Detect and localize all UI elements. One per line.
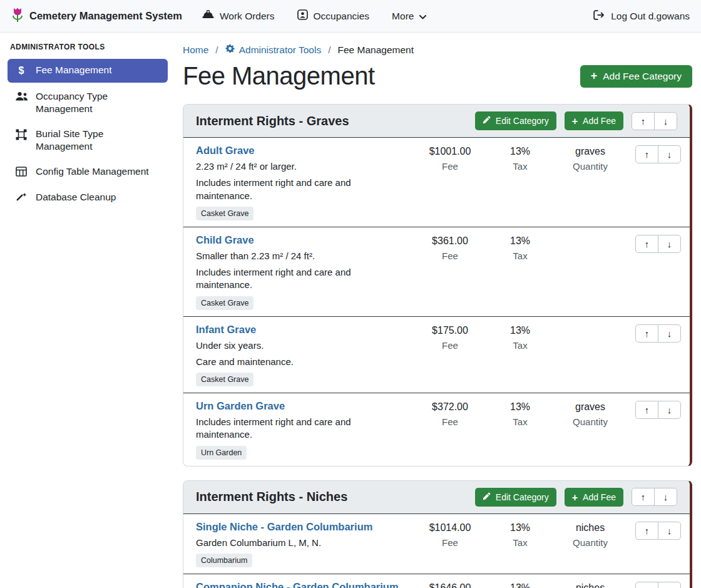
edit-category-label: Edit Category bbox=[496, 116, 549, 126]
move-fee-up-button[interactable]: ↑ bbox=[635, 522, 658, 540]
fee-row: Companion Niche - Garden Columbarium Gar… bbox=[183, 574, 690, 588]
fee-tax-col: 13% Tax bbox=[485, 400, 555, 427]
fee-row: Urn Garden Grave Includes interment righ… bbox=[183, 393, 690, 466]
quantity-label: Quantity bbox=[555, 537, 625, 548]
fee-amount: $372.00 bbox=[415, 401, 485, 413]
fee-row: Single Niche - Garden Columbarium Garden… bbox=[183, 514, 690, 574]
fee-type-badge: Casket Grave bbox=[196, 296, 253, 310]
move-fee-down-button[interactable]: ↓ bbox=[658, 235, 681, 253]
sidebar-item-label: Fee Management bbox=[36, 64, 112, 76]
move-fee-up-button[interactable]: ↑ bbox=[635, 145, 658, 163]
fee-description: Includes interment right and care and ma… bbox=[196, 177, 409, 202]
logout-icon bbox=[593, 10, 605, 23]
fee-name-link[interactable]: Urn Garden Grave bbox=[196, 400, 285, 411]
move-category-down-button[interactable]: ↓ bbox=[654, 488, 677, 506]
add-fee-category-button[interactable]: + Add Fee Category bbox=[580, 65, 692, 88]
sidebar-item-occupancy-type-management[interactable]: Occupancy Type Management bbox=[8, 85, 168, 120]
fee-amount-col: $372.00 Fee bbox=[415, 400, 485, 427]
add-fee-label: Add Fee bbox=[583, 492, 616, 502]
tax-label: Tax bbox=[485, 537, 555, 548]
move-fee-up-button[interactable]: ↑ bbox=[635, 582, 658, 588]
move-fee-down-button[interactable]: ↓ bbox=[658, 324, 681, 343]
move-fee-up-button[interactable]: ↑ bbox=[635, 324, 658, 343]
nav-more[interactable]: More bbox=[392, 11, 426, 22]
sidebar-item-database-cleanup[interactable]: Database Cleanup bbox=[8, 186, 168, 209]
fee-type-badge: Casket Grave bbox=[196, 373, 253, 386]
main-content: Home / Administrator Tools / Fee Managem… bbox=[175, 33, 701, 588]
plus-icon: + bbox=[591, 71, 597, 82]
fee-name-link[interactable]: Child Grave bbox=[196, 234, 254, 245]
page-title: Fee Management bbox=[183, 62, 375, 90]
sidebar-item-burial-site-type-management[interactable]: Burial Site Type Management bbox=[8, 123, 168, 158]
chevron-down-icon bbox=[419, 11, 426, 22]
quantity-label: Quantity bbox=[555, 416, 625, 427]
fee-amount: $1014.00 bbox=[415, 522, 485, 534]
fee-tax-col: 13% Tax bbox=[485, 581, 555, 588]
tax-rate: 13% bbox=[485, 582, 555, 588]
nav-occupancies[interactable]: Occupancies bbox=[297, 9, 370, 23]
quantity-unit: graves bbox=[555, 401, 625, 413]
sidebar-item-label: Occupancy Type Management bbox=[36, 90, 160, 115]
move-fee-down-button[interactable]: ↓ bbox=[658, 145, 681, 163]
move-category-down-button[interactable]: ↓ bbox=[654, 112, 677, 130]
category-reorder-group: ↑ ↓ bbox=[632, 112, 677, 130]
sidebar-item-label: Burial Site Type Management bbox=[36, 128, 160, 153]
tax-label: Tax bbox=[485, 340, 555, 351]
category-title: Interment Rights - Niches bbox=[196, 490, 347, 504]
category-header: Interment Rights - Graves Edit Category … bbox=[183, 105, 690, 138]
move-fee-up-button[interactable]: ↑ bbox=[635, 401, 658, 419]
sidebar-item-config-table-management[interactable]: Config Table Management bbox=[8, 160, 168, 183]
quantity-label: Quantity bbox=[555, 161, 625, 172]
move-fee-up-button[interactable]: ↑ bbox=[635, 235, 658, 253]
fee-row: Child Grave Smaller than 2.23 m² / 24 ft… bbox=[183, 227, 690, 316]
sidebar-item-fee-management[interactable]: $ Fee Management bbox=[8, 59, 168, 83]
logout-button[interactable]: Log Out d.gowans bbox=[593, 10, 690, 23]
fee-name-link[interactable]: Infant Grave bbox=[196, 324, 256, 335]
logout-label: Log Out d.gowans bbox=[611, 11, 690, 22]
move-category-up-button[interactable]: ↑ bbox=[632, 112, 655, 130]
table-icon bbox=[15, 166, 28, 177]
edit-category-button[interactable]: Edit Category bbox=[475, 111, 556, 130]
hard-hat-icon bbox=[202, 10, 214, 22]
breadcrumb-home-link[interactable]: Home bbox=[183, 44, 208, 56]
fee-amount: $1646.00 bbox=[415, 582, 485, 588]
fee-description: 2.23 m² / 24 ft² or larger. bbox=[196, 160, 409, 173]
move-category-up-button[interactable]: ↑ bbox=[632, 488, 655, 506]
wand-icon bbox=[15, 192, 28, 204]
breadcrumb-admin-tools-link[interactable]: Administrator Tools bbox=[225, 44, 322, 56]
fee-type-badge: Columbarium bbox=[196, 554, 252, 567]
quantity-unit: niches bbox=[555, 582, 625, 588]
edit-category-button[interactable]: Edit Category bbox=[475, 488, 556, 507]
fee-amount-col: $361.00 Fee bbox=[415, 234, 485, 261]
fee-quantity-col bbox=[555, 324, 625, 325]
tax-rate: 13% bbox=[485, 235, 555, 247]
fee-amount: $175.00 bbox=[415, 325, 485, 337]
move-fee-down-button[interactable]: ↓ bbox=[658, 522, 681, 540]
fee-quantity-col: niches Quantity bbox=[555, 581, 625, 588]
fee-name-link[interactable]: Adult Grave bbox=[196, 145, 255, 156]
dollar-icon: $ bbox=[15, 64, 28, 78]
tax-label: Tax bbox=[485, 250, 555, 261]
plus-icon: + bbox=[572, 492, 578, 502]
add-fee-button[interactable]: + Add Fee bbox=[565, 488, 623, 507]
fee-tax-col: 13% Tax bbox=[485, 324, 555, 351]
move-fee-down-button[interactable]: ↓ bbox=[658, 582, 681, 588]
add-fee-button[interactable]: + Add Fee bbox=[565, 111, 623, 130]
fee-amount-label: Fee bbox=[415, 537, 485, 548]
nav-work-orders[interactable]: Work Orders bbox=[202, 10, 275, 22]
move-fee-down-button[interactable]: ↓ bbox=[658, 401, 681, 419]
fee-tax-col: 13% Tax bbox=[485, 234, 555, 261]
fee-row: Infant Grave Under six years. Care and m… bbox=[183, 316, 690, 393]
nav-work-orders-label: Work Orders bbox=[220, 11, 275, 22]
quantity-unit: graves bbox=[555, 146, 625, 158]
tax-rate: 13% bbox=[485, 146, 555, 158]
app-brand[interactable]: Cemetery Management System bbox=[11, 7, 182, 26]
edit-category-label: Edit Category bbox=[496, 492, 549, 502]
fee-reorder-group: ↑ ↓ bbox=[635, 582, 681, 588]
tax-label: Tax bbox=[485, 161, 555, 172]
tax-label: Tax bbox=[485, 416, 555, 427]
fee-description: Garden Columbarium L, M, N. bbox=[196, 537, 409, 549]
breadcrumb-admin-tools-label: Administrator Tools bbox=[239, 44, 322, 56]
fee-name-link[interactable]: Single Niche - Garden Columbarium bbox=[196, 521, 372, 532]
fee-name-link[interactable]: Companion Niche - Garden Columbarium bbox=[196, 581, 399, 588]
